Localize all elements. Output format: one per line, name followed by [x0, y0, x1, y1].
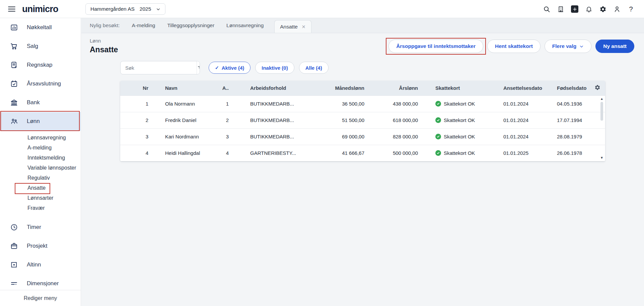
col-header-arbeidsforhold[interactable]: Arbeidsforhold [237, 81, 311, 96]
employees-table: Nr Navn A.. Arbeidsforhold Månedslønn År… [120, 81, 605, 161]
check-icon: ✓ [215, 65, 219, 70]
column-settings-gear-icon[interactable] [594, 84, 600, 90]
altinn-icon [10, 261, 18, 269]
search-icon[interactable] [543, 5, 550, 13]
breadcrumb: Lønn [90, 38, 118, 44]
tab-ansatte-active[interactable]: Ansatte ✕ [274, 20, 311, 33]
arsoppgave-button[interactable]: Årsoppgave til inntektsmottaker [388, 40, 483, 53]
sidebar-item-label: Altinn [27, 261, 41, 268]
sidebar-item-label: Nøkkeltall [27, 24, 52, 31]
company-name: Hammergården AS [90, 6, 135, 12]
col-header-a[interactable]: A.. [217, 81, 237, 96]
sidebar-item-bank[interactable]: Bank [0, 93, 81, 112]
col-header-skattekort[interactable]: Skattekort [427, 81, 495, 96]
header-actions: Årsoppgave til inntektsmottaker Hent ska… [388, 40, 634, 53]
sidebar-item-prosjekt[interactable]: Prosjekt [0, 237, 81, 255]
settings-icon[interactable] [599, 5, 606, 13]
sidebar-item-arsavslutning[interactable]: Årsavslutning [0, 74, 81, 93]
company-selector[interactable]: Hammergården AS 2025 [85, 3, 165, 15]
scroll-down-icon[interactable]: ▼ [600, 156, 603, 160]
col-header-arslonn[interactable]: Årslønn [373, 81, 427, 96]
user-icon[interactable] [613, 5, 621, 13]
table-scrollbar[interactable]: ▲ ▼ [599, 97, 604, 160]
sidebar-subitem-regulativ[interactable]: Regulativ [0, 173, 81, 183]
ny-ansatt-button[interactable]: Ny ansatt [595, 40, 634, 53]
pill-alle[interactable]: Alle (4) [299, 62, 329, 74]
sidebar-subitem-ansatte[interactable]: Ansatte [0, 183, 81, 193]
briefcase-icon [10, 242, 18, 250]
search-input[interactable] [121, 61, 197, 74]
sidebar-subitem-inntektsmelding[interactable]: Inntektsmelding [0, 153, 81, 163]
sidebar-subitem-lonnsavregning[interactable]: Lønnsavregning [0, 133, 81, 143]
table-row[interactable]: 3 Kari Nordmann 3 BUTIKKMEDARB... 69 000… [120, 128, 605, 145]
tab-link-a-melding[interactable]: A-melding [132, 22, 155, 28]
notifications-icon[interactable] [585, 5, 592, 13]
bank-icon [10, 99, 18, 107]
sidebar-item-regnskap[interactable]: Regnskap [0, 56, 81, 74]
sidebar-nav: Nøkkeltall Salg Regnskap Årsavslutning B [0, 18, 81, 290]
add-icon[interactable] [571, 5, 578, 13]
dimensions-icon [10, 280, 18, 288]
pill-inaktive[interactable]: Inaktive (0) [255, 62, 294, 74]
col-header-ansettelsesdato[interactable]: Ansettelsesdato [495, 81, 549, 96]
recent-label: Nylig besøkt: [90, 22, 120, 28]
skattekort-ok-icon [435, 101, 441, 107]
help-icon[interactable]: ? [627, 5, 635, 13]
sidebar-item-label: Dimensjoner [27, 280, 59, 287]
employees-table-card: Nr Navn A.. Arbeidsforhold Månedslønn År… [120, 81, 605, 161]
top-bar: unimicro Hammergården AS 2025 [0, 0, 644, 18]
topbar-icons: ? [543, 0, 635, 18]
clock-icon [10, 223, 18, 231]
search-group [120, 61, 200, 74]
rediger-meny-button[interactable]: Rediger meny [24, 295, 57, 301]
sidebar-subitem-a-melding[interactable]: A-melding [0, 143, 81, 153]
sidebar-item-salg[interactable]: Salg [0, 37, 81, 56]
chevron-down-icon [579, 44, 584, 49]
company-icon[interactable] [557, 5, 564, 13]
skattekort-status: Skattekort OK [444, 101, 475, 107]
skattekort-ok-icon [435, 134, 441, 139]
people-icon [10, 117, 18, 125]
sidebar-item-lonn[interactable]: Lønn [0, 112, 81, 131]
ledger-icon [10, 61, 18, 69]
col-header-manedslonn[interactable]: Månedslønn [311, 81, 373, 96]
pill-aktive[interactable]: ✓ Aktive (4) [209, 62, 251, 74]
table-row[interactable]: 1 Ola Normann 1 BUTIKKMEDARB... 36 500,0… [120, 96, 605, 112]
sidebar-subitem-lonnsarter[interactable]: Lønnsarter [0, 193, 81, 203]
col-header-navn[interactable]: Navn [157, 81, 217, 96]
col-header-nr[interactable]: Nr [120, 81, 157, 96]
sidebar-subitem-fravaer[interactable]: Fravær [0, 203, 81, 213]
close-icon[interactable]: ✕ [302, 24, 306, 29]
sidebar-item-altinn[interactable]: Altinn [0, 255, 81, 274]
bar-chart-icon [10, 23, 18, 32]
sidebar-item-label: Årsavslutning [27, 80, 61, 87]
calendar-check-icon [10, 80, 18, 88]
lonn-submenu: Lønnsavregning A-melding Inntektsmelding… [0, 131, 81, 213]
active-tab-label: Ansatte [280, 24, 298, 30]
filter-icon[interactable] [197, 61, 200, 74]
main-area: Nylig besøkt: A-melding Tilleggsopplysni… [81, 18, 644, 306]
scrollbar-thumb[interactable] [600, 102, 603, 121]
sidebar-item-label: Salg [27, 43, 38, 50]
table-row[interactable]: 4 Heidi Hallingdal 4 GARTNERIBESTY... 41… [120, 145, 605, 161]
sidebar-subitem-variable-lonnsposter[interactable]: Variable lønnsposter [0, 163, 81, 173]
toolbar: ✓ Aktive (4) Inaktive (0) Alle (4) [120, 61, 644, 74]
scroll-up-icon[interactable]: ▲ [600, 97, 603, 101]
sidebar-item-nokkeltall[interactable]: Nøkkeltall [0, 18, 81, 37]
flere-valg-button[interactable]: Flere valg [545, 40, 591, 53]
skattekort-status: Skattekort OK [444, 134, 475, 139]
col-header-fodselsdato[interactable]: Fødselsdato [549, 81, 590, 96]
sidebar-item-dimensjoner[interactable]: Dimensjoner [0, 274, 81, 290]
tab-link-lonnsavregning[interactable]: Lønnsavregning [226, 22, 264, 28]
tab-link-tilleggsopplysninger[interactable]: Tilleggsopplysninger [167, 22, 214, 28]
app-logo[interactable]: unimicro [22, 4, 58, 14]
table-row[interactable]: 2 Fredrik Daniel 2 BUTIKKMEDARB... 51 50… [120, 112, 605, 128]
page-header: Lønn Ansatte Årsoppgave til inntektsmott… [81, 33, 644, 54]
menu-icon[interactable] [7, 5, 16, 13]
sidebar-item-label: Timer [27, 224, 41, 231]
filter-pills: ✓ Aktive (4) Inaktive (0) Alle (4) [209, 62, 329, 74]
sidebar-item-timer[interactable]: Timer [0, 218, 81, 237]
hent-skattekort-button[interactable]: Hent skattekort [487, 40, 541, 53]
sidebar-item-label: Lønn [27, 118, 40, 125]
sidebar-footer: Rediger meny [0, 290, 81, 306]
